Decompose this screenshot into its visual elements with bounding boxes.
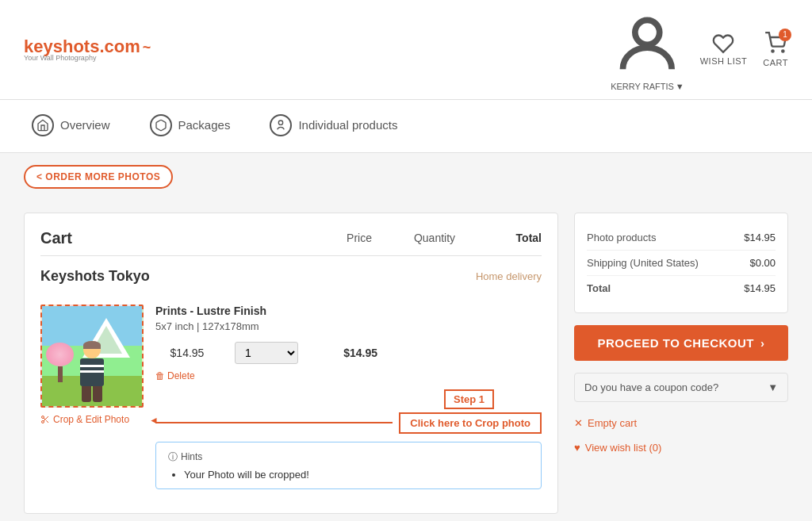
nav-item-individual[interactable]: Individual products [262,100,405,152]
checkout-button[interactable]: PROCEED TO CHECKOUT › [574,325,788,361]
logo-curl: ~ [143,40,151,56]
box-icon-wrap [150,114,172,136]
svg-point-2 [782,50,783,52]
order-more-button[interactable]: < ORDER MORE PHOTOS [24,165,173,189]
svg-line-8 [44,418,45,419]
home-icon [36,119,49,132]
logo-domain: .com [99,36,140,56]
cart-header-row: Cart Price Quantity Total [40,229,542,256]
summary-row-photos: Photo products $14.95 [587,225,776,251]
cart-studio-name: Keyshots Tokyo [40,268,150,285]
hints-box: ⓘ Hints Your Photo will be cropped! [155,442,542,489]
svg-point-5 [42,420,44,423]
trash-icon: 🗑 [155,370,165,381]
box-icon [155,119,167,132]
child-leg-right [93,386,102,402]
checkout-arrow: › [760,336,765,350]
navigation: Overview Packages Individual products [0,100,812,153]
scissors-icon [40,415,50,424]
cart-studio-row: Keyshots Tokyo Home delivery [40,268,542,285]
cart-title: Cart [40,229,327,247]
arrow-line [155,422,393,423]
nav-item-packages[interactable]: Packages [142,100,239,152]
summary-value-total: $14.95 [744,282,776,294]
hints-list: Your Photo will be cropped! [168,469,529,481]
child-legs [82,386,102,402]
svg-point-0 [635,20,660,44]
cherry-tree-trunk [58,366,63,382]
cart-item-image-wrap [40,305,144,408]
child-body [80,358,104,386]
crop-edit-text: Crop & Edit Photo [53,414,129,425]
hints-title: ⓘ Hints [168,450,529,464]
cherry-tree [46,343,74,382]
header: keyshots.com~ Your Wall Photography KERR… [0,0,812,100]
cart-item-image [40,305,144,408]
user-name: KERRY RAFTIS ▼ [611,82,684,91]
cart-button[interactable]: 1 CART [763,32,788,67]
quantity-select[interactable]: 1 2 3 4 5 [235,342,298,364]
wishlist-label: WISH LIST [700,56,748,66]
chevron-down-icon: ▼ [768,381,778,393]
crop-photo-button[interactable]: Click here to Crop photo [399,412,542,434]
item-product-name: Prints - Lustre Finish [155,305,542,317]
wish-list-link[interactable]: ♥ View wish list (0) [574,439,788,457]
coupon-row[interactable]: Do you have a coupon code? ▼ [574,373,788,402]
person-icon [274,119,287,132]
photo-scene [42,306,142,406]
empty-cart-link[interactable]: ✕ Empty cart [574,414,788,432]
nav-label-overview: Overview [60,118,110,132]
logo: keyshots.com~ Your Wall Photography [24,36,151,62]
step-badge-row: Step 1 [155,389,542,409]
summary-label-total: Total [587,282,611,294]
child-leg-left [82,386,91,402]
step-badge: Step 1 [444,389,494,409]
summary-value-photos: $14.95 [744,232,776,243]
svg-point-1 [772,50,773,52]
action-links: ✕ Empty cart ♥ View wish list (0) [574,414,788,457]
child-figure [80,341,104,402]
cart-label: CART [763,58,788,67]
delete-item-link[interactable]: 🗑 Delete [155,370,542,381]
summary-box: Photo products $14.95 Shipping (United S… [574,213,788,313]
step-annotation: Step 1 Click here to Crop photo [155,389,542,434]
cart-item-details: Prints - Lustre Finish 5x7 inch | 127x17… [155,305,542,489]
hints-label: Hints [181,451,202,462]
child-stripe-1 [80,365,104,367]
info-icon: ⓘ [168,450,178,464]
hints-item: Your Photo will be cropped! [184,469,529,481]
svg-point-4 [42,416,44,418]
cart-col-price: Price [327,232,391,244]
person-icon-wrap [270,114,292,136]
summary-panel: Photo products $14.95 Shipping (United S… [574,213,788,514]
summary-row-shipping: Shipping (United States) $0.00 [587,251,776,276]
wishlist-button[interactable]: WISH LIST [700,33,748,66]
cart-badge: 1 [779,29,791,41]
toolbar: < ORDER MORE PHOTOS [0,153,812,201]
wish-list-label: View wish list (0) [585,442,662,454]
child-stripe-2 [80,370,104,373]
item-total: $14.95 [314,347,377,359]
checkout-label: PROCEED TO CHECKOUT [597,336,754,350]
header-right: KERRY RAFTIS ▼ WISH LIST 1 CART [611,8,788,91]
cart-panel: Cart Price Quantity Total Keyshots Tokyo… [24,213,558,514]
cart-delivery: Home delivery [476,270,542,282]
x-icon: ✕ [574,417,583,429]
coupon-label: Do you have a coupon code? [584,381,718,393]
item-price: $14.95 [155,347,219,359]
heart-filled-icon: ♥ [574,442,580,454]
crop-edit-label[interactable]: Crop & Edit Photo [40,414,129,425]
svg-line-7 [46,420,48,423]
dropdown-icon: ▼ [676,82,684,91]
user-menu[interactable]: KERRY RAFTIS ▼ [611,8,684,91]
summary-label-photos: Photo products [587,232,656,243]
cart-col-total: Total [478,232,542,244]
summary-row-total: Total $14.95 [587,276,776,301]
cart-item-row: Crop & Edit Photo Prints - Lustre Finish… [40,297,542,497]
nav-item-overview[interactable]: Overview [24,100,118,152]
heart-icon [712,33,734,55]
summary-label-shipping: Shipping (United States) [587,257,699,269]
nav-label-packages: Packages [178,118,231,132]
summary-value-shipping: $0.00 [749,257,776,269]
item-product-size: 5x7 inch | 127x178mm [155,320,542,332]
